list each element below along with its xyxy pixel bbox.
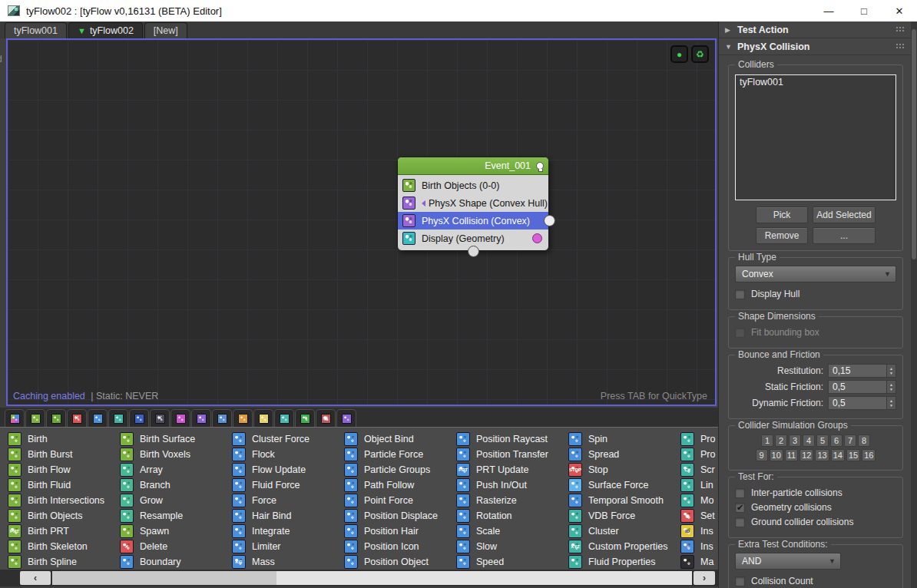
hull-type-dropdown[interactable]: Convex ▼ <box>735 266 896 282</box>
depot-operator-item[interactable]: STOP Stop <box>568 462 680 477</box>
depot-operator-item[interactable]: Mo <box>680 493 718 508</box>
bulb-icon[interactable] <box>536 162 544 170</box>
depot-operator-item[interactable]: Boundary <box>120 554 232 570</box>
test-output-port[interactable] <box>544 215 555 226</box>
depot-operator-item[interactable]: Limiter <box>232 539 344 554</box>
depot-operator-item[interactable]: Position Hair <box>344 524 456 539</box>
sim-group-button[interactable]: 8 <box>858 434 870 447</box>
depot-operator-item[interactable]: Birth <box>8 431 120 447</box>
depot-operator-item[interactable]: Flow Update <box>232 462 344 477</box>
event-output-port[interactable] <box>468 246 479 257</box>
category-filter-tab[interactable] <box>253 409 273 427</box>
depot-operator-item[interactable]: Slow <box>456 539 568 554</box>
category-filter-tab[interactable]: ✕ <box>150 409 170 427</box>
spinner-arrows[interactable]: ▲▼ <box>886 381 895 393</box>
category-filter-tab[interactable] <box>274 409 294 427</box>
category-filter-tab[interactable] <box>46 409 66 427</box>
scroll-left-button[interactable]: ‹ <box>20 571 51 585</box>
depot-operator-item[interactable]: Branch <box>120 477 232 493</box>
depot-operator-item[interactable]: Integrate <box>232 524 344 539</box>
depot-operator-item[interactable]: Position Icon <box>344 539 456 554</box>
depot-operator-item[interactable]: XYZ Custom Properties <box>568 539 680 554</box>
remove-button[interactable]: Remove <box>756 227 808 244</box>
sim-group-button[interactable]: 11 <box>785 449 798 461</box>
test-for-checkbox[interactable]: ✔ <box>735 488 745 498</box>
category-filter-tab[interactable]: ➜ <box>295 409 315 427</box>
depot-operator-item[interactable]: Position Transfer <box>456 447 568 462</box>
more-options-button[interactable]: ... <box>813 227 876 244</box>
sim-group-button[interactable]: 12 <box>799 449 813 461</box>
depot-operator-item[interactable]: Particle Force <box>344 447 456 462</box>
depot-operator-item[interactable]: Birth Intersections <box>8 493 120 508</box>
category-filter-tab[interactable] <box>170 409 190 427</box>
category-filter-tab[interactable] <box>25 409 45 427</box>
depot-operator-item[interactable]: ✕ Delete <box>120 539 232 554</box>
rollout-physx-collision[interactable]: ▼ PhysX Collision <box>719 38 911 55</box>
depot-operator-item[interactable]: Path Follow <box>344 477 456 493</box>
depot-operator-item[interactable]: Push In/Out <box>456 477 568 493</box>
drag-grip-icon[interactable] <box>895 43 905 50</box>
depot-operator-item[interactable]: Temporal Smooth <box>568 493 680 508</box>
depot-operator-item[interactable]: Birth Spline <box>8 554 120 570</box>
sim-group-button[interactable]: 3 <box>789 434 801 447</box>
depot-operator-item[interactable]: Hair Bind <box>232 508 344 524</box>
depot-operator-item[interactable]: Force <box>232 493 344 508</box>
depot-operator-item[interactable]: Position Displace <box>344 508 456 524</box>
scrollbar-track[interactable] <box>52 571 692 585</box>
depot-operator-item[interactable]: ID Ins <box>680 524 718 539</box>
test-for-checkbox[interactable]: ✔ <box>735 517 745 527</box>
category-filter-tab[interactable] <box>191 409 211 427</box>
sim-group-button[interactable]: 10 <box>770 449 783 461</box>
depot-operator-item[interactable]: PRT PRT Update <box>456 462 568 477</box>
depot-operator-item[interactable]: Rasterize <box>456 493 568 508</box>
sim-group-button[interactable]: 15 <box>846 449 860 461</box>
depot-operator-item[interactable]: Particle Groups <box>344 462 456 477</box>
collider-list-item[interactable]: tyFlow001 <box>740 77 892 88</box>
depot-operator-item[interactable]: Grow <box>120 493 232 508</box>
sim-group-button[interactable]: 16 <box>862 449 876 461</box>
depot-operator-item[interactable]: Point Force <box>344 493 456 508</box>
category-filter-tab[interactable] <box>108 409 128 427</box>
depot-operator-item[interactable]: Scale <box>456 524 568 539</box>
depot-operator-item[interactable]: ◉ Set <box>680 508 718 524</box>
close-button[interactable]: ✕ <box>882 0 917 21</box>
depot-operator-item[interactable]: Birth Fluid <box>8 477 120 493</box>
add-selected-button[interactable]: Add Selected <box>813 206 876 223</box>
depot-operator-item[interactable]: Birth Burst <box>8 447 120 462</box>
depot-operator-item[interactable]: Cluster <box>568 524 680 539</box>
sim-group-button[interactable]: 4 <box>803 434 815 447</box>
depot-operator-item[interactable]: Pro <box>680 431 718 447</box>
refresh-button[interactable]: ♻ <box>691 45 709 63</box>
spin-down-icon[interactable]: ▼ <box>889 403 893 408</box>
sim-group-button[interactable]: 1 <box>761 434 773 447</box>
test-for-checkbox[interactable]: ✔ <box>735 503 745 513</box>
colliders-listbox[interactable]: tyFlow001 <box>735 74 896 200</box>
category-filter-tab[interactable]: ◉ <box>316 409 336 427</box>
depot-operator-item[interactable]: Speed <box>456 554 568 570</box>
depot-operator-item[interactable]: Position Object <box>344 554 456 570</box>
depot-operator-item[interactable]: Array <box>120 462 232 477</box>
depot-operator-item[interactable]: Cluster Force <box>232 431 344 447</box>
depot-operator-item[interactable]: Rotation <box>456 508 568 524</box>
field-value[interactable]: 0,5 <box>829 398 886 408</box>
value-field[interactable]: 0,5 ▲▼ <box>828 396 896 410</box>
depot-operator-item[interactable]: Ma <box>680 554 718 570</box>
tab-tyflow001[interactable]: tyFlow001 <box>5 22 67 38</box>
depot-operator-item[interactable]: Birth Objects <box>8 508 120 524</box>
spinner-arrows[interactable]: ▲▼ <box>886 397 895 409</box>
node-editor-canvas[interactable]: ● ♻ Event_001 Birth Objects (0-0) PhysX … <box>6 38 717 406</box>
tab-tyflow002[interactable]: ▼ tyFlow002 <box>68 22 143 38</box>
depot-operator-item[interactable]: Flock <box>232 447 344 462</box>
depot-operator-item[interactable]: Spread <box>568 447 680 462</box>
panel-vertical-scrollbar[interactable] <box>911 21 917 588</box>
category-filter-tab[interactable] <box>336 409 356 427</box>
event-node-header[interactable]: Event_001 <box>398 157 548 175</box>
minimize-button[interactable]: — <box>811 0 846 21</box>
sim-group-button[interactable]: 9 <box>756 449 768 461</box>
value-field[interactable]: 0,15 ▲▼ <box>828 364 896 378</box>
field-value[interactable]: 0,5 <box>829 382 886 392</box>
depot-operator-item[interactable]: Resample <box>120 508 232 524</box>
field-value[interactable]: 0,15 <box>829 365 886 376</box>
spin-down-icon[interactable]: ▼ <box>889 371 893 375</box>
depot-operator-item[interactable]: Fluid Properties <box>568 554 680 570</box>
